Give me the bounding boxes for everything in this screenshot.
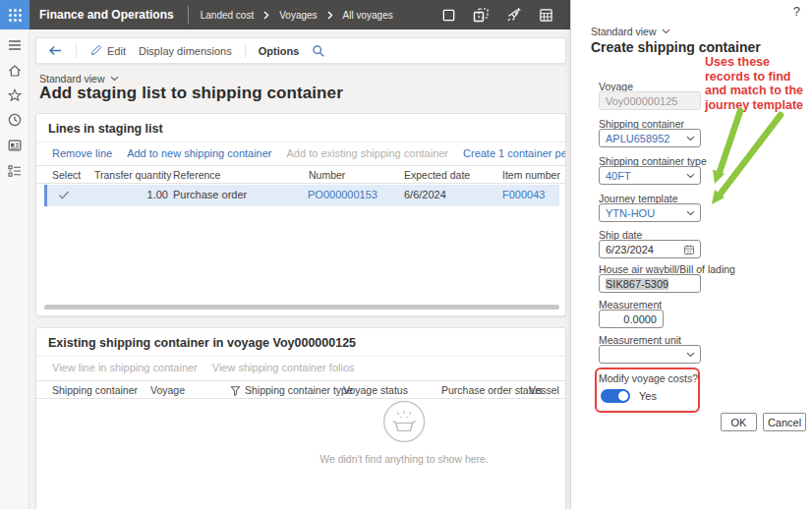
modify-voyage-costs-label: Modify voyage costs? [599,372,698,384]
window-icon[interactable] [441,8,456,23]
empty-folder-icon [381,399,427,444]
staging-row-selected[interactable]: 1.00 Purchase order PO000000153 6/6/2024… [44,185,559,206]
shipping-container-value: APLU658952 [606,133,669,144]
app-title[interactable]: Finance and Operations [39,8,174,22]
help-button[interactable]: ? [793,4,800,19]
news-feed-icon[interactable] [7,138,23,153]
remove-line-button[interactable]: Remove line [52,147,112,159]
voyage-input: Voy000000125 [599,91,701,110]
edit-button[interactable]: Edit [89,44,126,57]
add-to-existing-container-button[interactable]: Add to existing shipping container [287,147,449,159]
search-icon[interactable] [312,44,325,58]
panel-view-selector[interactable]: Standard view [591,26,670,37]
breadcrumb-voyages[interactable]: Voyages [279,10,317,21]
toggle-state-label: Yes [639,390,657,402]
column-header-voyage-status[interactable]: Voyage status [343,384,408,396]
annotation-text: Uses these records to find and match to … [705,55,805,112]
breadcrumb-landed-cost[interactable]: Landed cost [201,10,255,21]
rocket-icon[interactable] [505,7,522,24]
ship-date-input[interactable]: 6/23/2024 [599,240,701,258]
action-bar-separator [76,43,77,58]
chevron-down-icon[interactable] [686,210,695,216]
hamburger-menu-icon[interactable] [7,37,23,53]
view-container-folios-button[interactable]: View shipping container folios [212,362,355,373]
calculator-icon[interactable] [539,8,553,23]
left-nav-sidebar [0,29,29,509]
journey-template-value: YTN-HOU [606,207,655,219]
multi-window-icon[interactable] [473,7,489,23]
column-header-container-type[interactable]: Shipping container type [245,384,353,396]
section-divider [36,356,565,357]
waffle-icon [9,9,22,22]
measurement-input[interactable]: 0.0000 [599,310,664,328]
app-window: Finance and Operations Landed cost Voyag… [0,0,812,509]
ok-button[interactable]: OK [721,413,757,431]
waybill-input[interactable]: SIK867-5309 [599,274,701,293]
column-header-expected-date[interactable]: Expected date [404,169,470,181]
voyage-value: Voy000000125 [606,95,677,107]
recent-clock-icon[interactable] [7,112,23,128]
chevron-down-icon [110,76,119,82]
column-header-item-number[interactable]: Item number [502,169,560,181]
staging-section-title: Lines in staging list [48,122,163,136]
calendar-icon[interactable] [683,244,695,255]
row-selected-check-icon [58,190,70,200]
green-arrow-icon [712,115,781,204]
waybill-value: SIK867-5309 [606,278,668,290]
toggle-on-icon[interactable] [601,389,630,403]
cell-transfer-quantity: 1.00 [94,189,168,200]
column-header-vessel[interactable]: Vessel [529,384,559,396]
action-bar: Edit Display dimensions Options [35,37,566,64]
empty-state: We didn't find anything to show here. [319,399,489,465]
column-header-transfer-quantity[interactable]: Transfer quantity [94,169,168,181]
column-header-select[interactable]: Select [52,169,81,181]
cell-number-link[interactable]: PO000000153 [308,189,377,200]
favorites-star-icon[interactable] [7,87,23,103]
measurement-unit-combobox[interactable] [599,345,701,364]
home-icon[interactable] [7,63,23,79]
existing-grid-header: Shipping container Voyage Shipping conta… [36,380,566,399]
staging-list-section: Lines in staging list Remove line Add to… [35,113,566,316]
green-arrow-icon [713,111,740,184]
task-list-icon[interactable] [7,163,23,179]
breadcrumb: Landed cost Voyages All voyages [201,10,393,21]
modify-voyage-costs-toggle[interactable]: Yes [601,389,657,403]
cell-expected-date: 6/6/2024 [404,189,446,200]
view-line-in-container-button[interactable]: View line in shipping container [52,362,198,373]
add-to-new-container-button[interactable]: Add to new shipping container [127,147,271,159]
app-launcher-button[interactable] [0,0,29,29]
chevron-down-icon[interactable] [686,173,695,179]
breadcrumb-all-voyages[interactable]: All voyages [343,10,393,21]
column-header-number[interactable]: Number [309,169,345,181]
breadcrumb-chevron-icon [326,11,334,20]
funnel-filter-icon[interactable] [230,385,241,396]
options-menu-button[interactable]: Options [259,45,300,57]
staging-toolbar: Remove line Add to new shipping containe… [52,147,566,159]
shipping-container-type-value: 40FT [606,170,631,182]
create-shipping-container-panel: ? Standard view Create shipping containe… [570,0,812,509]
ship-date-value: 6/23/2024 [606,244,654,255]
pencil-icon [89,44,102,57]
horizontal-scrollbar[interactable] [44,305,559,310]
chevron-down-icon [662,28,670,34]
chevron-down-icon[interactable] [686,136,695,141]
display-dimensions-label: Display dimensions [139,45,232,57]
column-header-po-status[interactable]: Purchase order status [441,384,543,396]
chevron-down-icon[interactable] [686,352,695,358]
page-title: Add staging list to shipping container [39,84,343,103]
shipping-container-combobox[interactable]: APLU658952 [599,129,701,147]
section-divider [36,141,565,142]
column-header-reference[interactable]: Reference [173,169,220,181]
column-header-shipping-container[interactable]: Shipping container [52,384,138,396]
cancel-button[interactable]: Cancel [763,413,806,431]
cell-item-number-link[interactable]: F000043 [502,189,545,200]
create-container-per-line-button[interactable]: Create 1 container per selected line [463,147,566,159]
display-dimensions-button[interactable]: Display dimensions [139,45,232,57]
topbar-icons [441,0,553,29]
journey-template-combobox[interactable]: YTN-HOU [599,203,701,222]
column-header-voyage[interactable]: Voyage [150,384,185,396]
measurement-value: 0.0000 [623,313,657,325]
back-arrow-icon[interactable] [48,44,63,57]
shipping-container-type-combobox[interactable]: 40FT [599,166,701,185]
options-label: Options [259,45,300,57]
